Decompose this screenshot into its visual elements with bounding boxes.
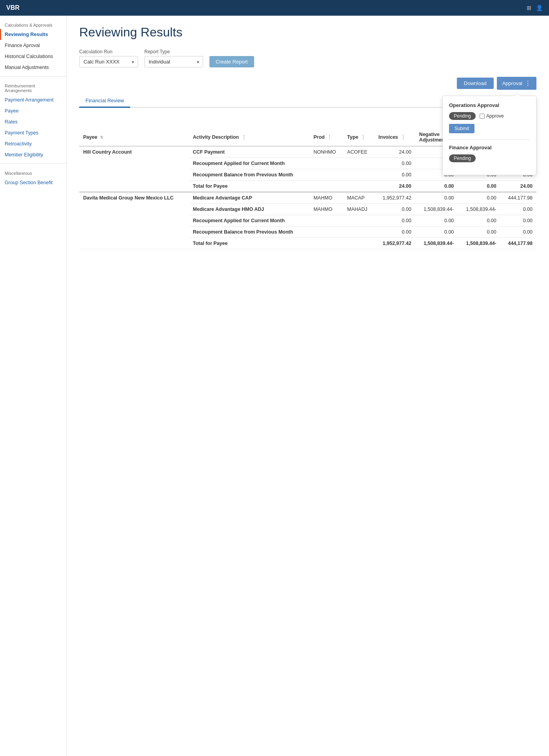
actions-row: Download Approval ⋮ Operations Approval …: [79, 77, 536, 90]
approve-checkbox-label: Approve: [480, 113, 504, 119]
type-empty-4: [343, 227, 374, 238]
sidebar-item-retroactivity[interactable]: Retroactivity: [0, 138, 66, 149]
prod-mahmo-2: MAHMO: [309, 204, 343, 215]
page-title: Reviewing Results: [79, 25, 536, 40]
prod-empty-1: [309, 158, 343, 169]
prod-menu-icon[interactable]: ⋮: [327, 134, 332, 140]
col-payee: Payee ⇅: [79, 129, 189, 146]
sidebar-item-historical-calculations[interactable]: Historical Calculations: [0, 51, 66, 62]
finance-approval-row: Pending: [449, 154, 530, 162]
sidebar-item-payment-types[interactable]: Payment Types: [0, 127, 66, 138]
sidebar-item-finance-aproval[interactable]: Finance Aproval: [0, 40, 66, 51]
approval-popup: Operations Approval Pending Approve Subm…: [442, 96, 536, 175]
neg2-0-3: 0.00: [458, 215, 500, 227]
prod-nonhmo: NONHMO: [309, 146, 343, 158]
net-mahadj: 0.00: [500, 204, 536, 215]
total-label-davita: Total for Payee: [189, 238, 310, 249]
neg2-macap: 0.00: [458, 192, 500, 204]
sidebar-item-manual-adjustments[interactable]: Manual Adjustments: [0, 62, 66, 73]
total-inv-davita: 1,952,977.42: [374, 238, 415, 249]
grid-icon[interactable]: ⊞: [527, 5, 531, 11]
total-net-hill: 24.00: [500, 181, 536, 192]
prod-empty-2: [309, 169, 343, 181]
calc-run-select[interactable]: Calc Run XXXX: [79, 56, 138, 67]
popup-arrow: [514, 93, 520, 96]
layout: Calculations & Approvals Reviewing Resul…: [0, 16, 549, 756]
prod-mahmo-1: MAHMO: [309, 192, 343, 204]
calc-run-group: Calculation Run Calc Run XXXX: [79, 49, 138, 67]
total-type-davita: [343, 238, 374, 249]
finance-approval-section: Finance Approval Pending: [449, 145, 530, 162]
ops-approval-title: Operations Approval: [449, 102, 530, 108]
payee-cell-hill: Hill Country Account: [79, 146, 189, 192]
total-neg2-hill: 0.00: [458, 181, 500, 192]
approval-divider: [449, 140, 530, 140]
neg1-0-4: 0.00: [415, 227, 458, 238]
activity-ccf: CCF Payment: [189, 146, 310, 158]
sidebar-item-group-section-benefit[interactable]: Group Section Benefit: [0, 177, 66, 188]
activity-recoup-prev: Recoupment Balance from Previous Month: [189, 169, 310, 181]
submit-button[interactable]: Submit: [449, 124, 474, 133]
prod-empty-4: [309, 227, 343, 238]
sidebar-section-reimbursement: Reimbursement Arrangements: [0, 80, 66, 94]
payee-cell-davita: Davita Medical Group New Mexico LLC: [79, 192, 189, 249]
create-report-button[interactable]: Create Report: [209, 56, 254, 67]
neg1-macap: 0.00: [415, 192, 458, 204]
total-inv-hill: 24.00: [374, 181, 415, 192]
finance-status-badge: Pending: [449, 154, 476, 162]
type-acofee: ACOFEE: [343, 146, 374, 158]
activity-macap: Medicare Advantage CAP: [189, 192, 310, 204]
payee-sort-icon[interactable]: ⇅: [100, 135, 103, 140]
inv-0-2: 0.00: [374, 169, 415, 181]
type-empty-2: [343, 169, 374, 181]
report-type-select[interactable]: Individual: [144, 56, 203, 67]
inv-0-1: 0.00: [374, 158, 415, 169]
neg1-0-3: 0.00: [415, 215, 458, 227]
tab-financial-review[interactable]: Financial Review: [79, 94, 130, 108]
sidebar-item-rates[interactable]: Rates: [0, 116, 66, 127]
total-type-hill: [343, 181, 374, 192]
activity-recoup-current-2: Recoupment Applied for Current Month: [189, 215, 310, 227]
sidebar-item-payee[interactable]: Payee: [0, 105, 66, 116]
ops-status-badge: Pending: [449, 112, 476, 120]
ops-approval-row: Pending Approve: [449, 112, 530, 120]
calc-run-select-wrapper: Calc Run XXXX: [79, 56, 138, 67]
approve-label: Approve: [486, 113, 504, 119]
sidebar-section-calculations: Calculations & Approvals: [0, 19, 66, 29]
net-macap: 444,177.98: [500, 192, 536, 204]
type-mahadj: MAHADJ: [343, 204, 374, 215]
activity-recoup-current: Recoupment Applied for Current Month: [189, 158, 310, 169]
type-macap: MACAP: [343, 192, 374, 204]
sidebar-item-payment-arrangement[interactable]: Payment Arrangement: [0, 94, 66, 105]
inv-0-3: 0.00: [374, 215, 415, 227]
neg2-0-4: 0.00: [458, 227, 500, 238]
sidebar-item-reviewing-results[interactable]: Reviewing Results: [0, 29, 66, 40]
approval-menu-icon: ⋮: [525, 80, 531, 87]
user-icon[interactable]: 👤: [536, 5, 543, 11]
activity-menu-icon[interactable]: ⋮: [242, 134, 246, 140]
download-button[interactable]: Download: [457, 78, 494, 89]
type-empty-1: [343, 158, 374, 169]
prod-empty-3: [309, 215, 343, 227]
sidebar-section-miscellaneous: Miscellaneous: [0, 167, 66, 177]
approve-checkbox[interactable]: [480, 114, 485, 119]
col-activity: Activity Description ⋮: [189, 129, 310, 146]
finance-approval-title: Finance Approval: [449, 145, 530, 150]
sidebar: Calculations & Approvals Reviewing Resul…: [0, 16, 67, 756]
sidebar-item-member-eligibility[interactable]: Member Eligibility: [0, 149, 66, 160]
invoices-menu-icon[interactable]: ⋮: [401, 134, 405, 140]
net-0-3: 0.00: [500, 215, 536, 227]
type-menu-icon[interactable]: ⋮: [361, 134, 365, 140]
activity-mahadj: Medicare Advantage HMO ADJ: [189, 204, 310, 215]
form-row: Calculation Run Calc Run XXXX Report Typ…: [79, 49, 536, 67]
total-prod-hill: [309, 181, 343, 192]
top-nav-icons: ⊞ 👤: [527, 5, 543, 11]
approval-button[interactable]: Approval ⋮: [497, 77, 536, 90]
inv-24: 24.00: [374, 146, 415, 158]
inv-macap: 1,952,977.42: [374, 192, 415, 204]
total-neg1-davita: 1,508,839.44-: [415, 238, 458, 249]
inv-mahadj: 0.00: [374, 204, 415, 215]
approval-label: Approval: [502, 80, 522, 86]
activity-recoup-prev-2: Recoupment Balance from Previous Month: [189, 227, 310, 238]
col-prod: Prod ⋮: [309, 129, 343, 146]
